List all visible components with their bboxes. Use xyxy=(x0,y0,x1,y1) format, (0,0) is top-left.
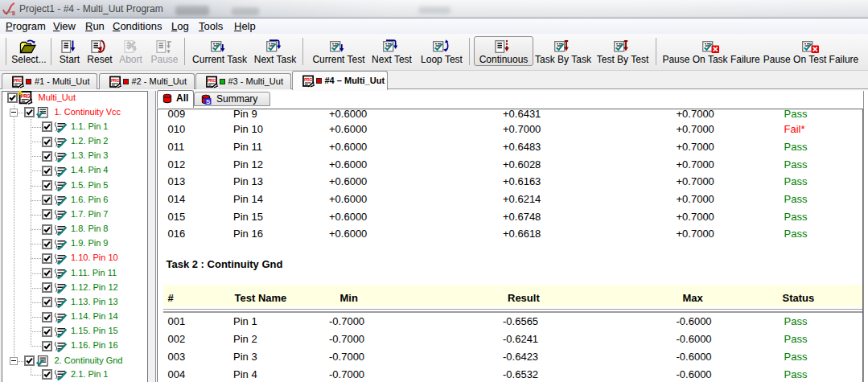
svg-text:8: 8 xyxy=(12,10,15,16)
svg-text:S: S xyxy=(206,98,210,105)
